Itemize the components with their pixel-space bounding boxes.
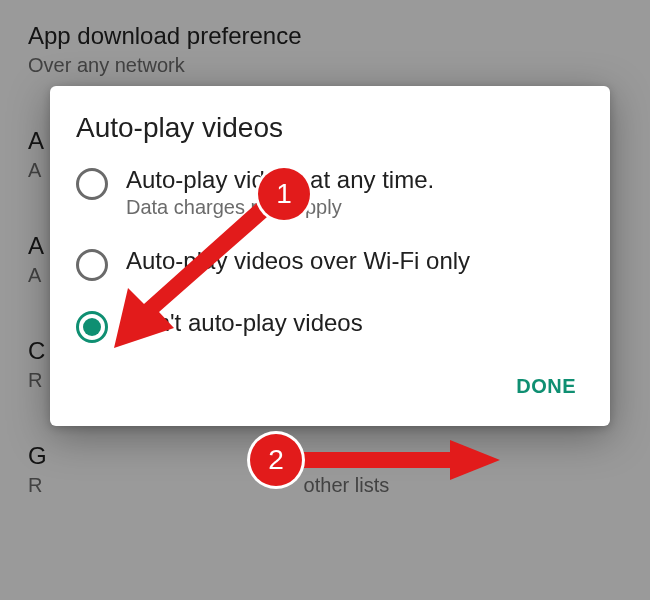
radio-icon (76, 249, 108, 281)
screenshot-stage: App download preference Over any network… (0, 0, 650, 600)
radio-icon (76, 168, 108, 200)
annotation-number: 2 (268, 444, 284, 476)
svg-marker-1 (300, 440, 500, 480)
dialog-actions: DONE (76, 361, 584, 412)
radio-icon (76, 311, 108, 343)
annotation-number: 1 (276, 178, 292, 210)
option-label: Auto-play videos at any time. (126, 166, 584, 194)
svg-marker-0 (114, 192, 284, 348)
dialog-title: Auto-play videos (76, 112, 584, 144)
annotation-arrow-2 (300, 440, 500, 480)
annotation-arrow-1 (114, 192, 284, 348)
done-button[interactable]: DONE (508, 361, 584, 412)
annotation-badge-2: 2 (250, 434, 302, 486)
annotation-badge-1: 1 (258, 168, 310, 220)
